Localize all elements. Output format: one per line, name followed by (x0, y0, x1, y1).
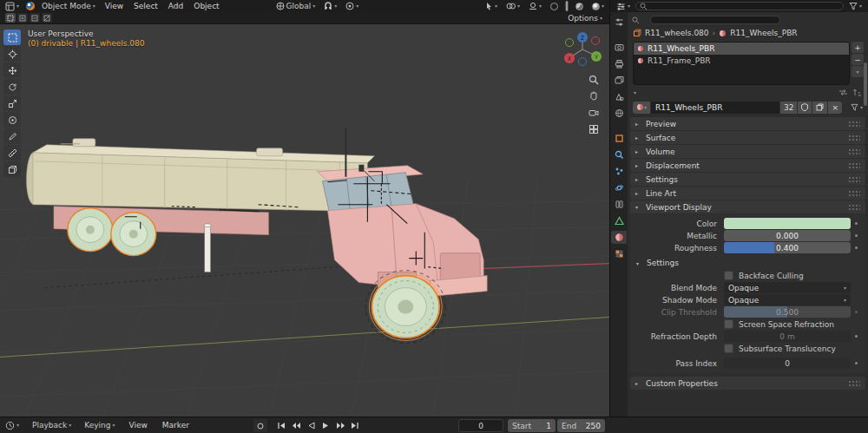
mode-dropdown[interactable]: Object Mode ▾ (40, 2, 97, 10)
panel-volume[interactable]: ▸Volume (630, 145, 865, 158)
ssr-checkbox[interactable] (724, 319, 733, 329)
tool-transform[interactable] (3, 112, 21, 128)
keyframe-dot[interactable] (855, 335, 858, 338)
keying-menu[interactable]: Keying▾ (82, 421, 116, 430)
tool-measure[interactable] (3, 145, 21, 161)
fake-user-button[interactable] (798, 102, 812, 114)
select-mode-subtract-button[interactable] (30, 13, 40, 23)
jump-to-end-button[interactable] (348, 419, 362, 432)
transform-orientation-dropdown[interactable]: Global ▾ (274, 2, 318, 10)
panel-settings[interactable]: ▸Settings (630, 173, 865, 186)
subsurface-checkbox[interactable] (724, 344, 733, 353)
shadow-mode-select[interactable]: Opaque▾ (724, 294, 851, 305)
panel-grip-icon[interactable] (848, 121, 860, 128)
keyframe-dot[interactable] (855, 234, 858, 237)
select-mode-extend-button[interactable] (17, 13, 28, 23)
show-overlays-toggle[interactable]: ▾ (527, 2, 543, 10)
keyframe-dot[interactable] (855, 311, 858, 313)
new-material-button[interactable] (812, 102, 827, 114)
material-name-field[interactable]: R11_Wheels_PBR (651, 102, 779, 114)
tool-move[interactable] (3, 62, 21, 78)
gizmo-z-neg[interactable] (579, 58, 587, 66)
tool-select-box[interactable] (3, 30, 21, 45)
frame-start-field[interactable]: Start 1 (508, 419, 556, 432)
panel-preview[interactable]: ▸Preview (630, 117, 865, 130)
play-reverse-button[interactable] (304, 419, 318, 432)
timeline-view-menu[interactable]: View (126, 421, 149, 430)
3d-viewport[interactable]: User Perspective (0) drivable | R11_whee… (0, 24, 609, 417)
playback-menu[interactable]: Playback▾ (30, 421, 73, 430)
tab-object[interactable] (611, 132, 627, 145)
properties-search-input[interactable] (635, 2, 844, 10)
tool-rotate[interactable] (3, 79, 21, 95)
tab-scene[interactable] (611, 90, 627, 103)
roughness-slider[interactable]: 0.400 (724, 242, 851, 253)
browse-material-button[interactable]: ▾ (633, 102, 650, 114)
breadcrumb-object[interactable]: R11_wheels.080 (645, 29, 709, 37)
filter-expand-icon[interactable]: ▾ (634, 90, 636, 95)
clip-threshold-slider[interactable]: 0.500 (724, 306, 851, 318)
panel-grip-icon[interactable] (848, 162, 860, 169)
keyframe-dot[interactable] (855, 222, 858, 225)
panel-grip-icon[interactable] (848, 134, 860, 141)
panel-displacement[interactable]: ▸Displacement (630, 159, 865, 172)
remove-slot-button[interactable]: − (852, 54, 864, 65)
material-slot-selected[interactable]: R11_Wheels_PBR (634, 43, 849, 55)
jump-to-start-button[interactable] (274, 419, 288, 432)
select-mode-invert-button[interactable] (42, 13, 52, 23)
tab-world[interactable] (611, 107, 627, 120)
panel-surface[interactable]: ▸Surface (630, 131, 865, 144)
tool-scale[interactable] (3, 95, 21, 111)
timeline-marker-menu[interactable]: Marker (160, 421, 192, 430)
tool-annotate[interactable] (3, 128, 21, 144)
tab-tool[interactable] (611, 16, 627, 29)
material-users-button[interactable]: 32 (780, 102, 797, 114)
tab-material[interactable] (611, 231, 627, 244)
property-filter-input[interactable] (650, 16, 780, 24)
unlink-material-button[interactable]: × (828, 102, 842, 114)
slot-specials-button[interactable]: ▾ (852, 66, 864, 77)
tab-constraints[interactable] (611, 198, 627, 211)
select-visibility-dropdown[interactable]: ▾ (483, 2, 499, 10)
panel-custom-properties[interactable]: ▸ Custom Properties (630, 377, 865, 390)
gizmo-y-neg[interactable] (566, 39, 574, 47)
panel-grip-icon[interactable] (848, 204, 860, 211)
prev-keyframe-button[interactable] (289, 419, 303, 432)
gizmo-x-neg[interactable] (592, 37, 600, 45)
pass-index-field[interactable]: 0 (724, 358, 851, 369)
menu-select[interactable]: Select (131, 2, 161, 10)
panel-grip-icon[interactable] (848, 148, 860, 155)
editor-type-dropdown[interactable]: ▾ (3, 2, 21, 11)
properties-scrollbar[interactable] (864, 62, 867, 106)
auto-keying-button[interactable] (253, 419, 267, 432)
subpanel-settings[interactable]: ▾ Settings (631, 257, 865, 269)
tab-view-layer[interactable] (611, 74, 627, 87)
material-slot[interactable]: R11_Frame_PBR (634, 55, 849, 67)
keyframe-dot[interactable] (855, 246, 858, 249)
panel-grip-icon[interactable] (848, 380, 860, 387)
zoom-icon[interactable] (589, 75, 599, 85)
tab-physics[interactable] (611, 181, 627, 194)
filter-sort-icon[interactable] (838, 89, 848, 96)
next-keyframe-button[interactable] (333, 419, 347, 432)
select-mode-new-button[interactable] (5, 13, 16, 23)
tab-modifiers[interactable] (611, 148, 627, 161)
backface-culling-checkbox[interactable] (724, 271, 733, 280)
shading-wireframe-button[interactable] (549, 3, 560, 10)
ortho-grid-icon[interactable] (589, 124, 599, 134)
metallic-slider[interactable]: 0.000 (724, 230, 851, 241)
viewport-scene[interactable] (0, 24, 609, 416)
shading-solid-button[interactable] (565, 1, 569, 11)
shading-material-button[interactable] (574, 3, 585, 10)
navigation-gizmo[interactable]: Z X Y (562, 30, 602, 69)
viewport-color-swatch[interactable] (724, 218, 851, 229)
tool-cursor[interactable] (3, 46, 21, 62)
pan-hand-icon[interactable] (589, 91, 599, 102)
tab-particles[interactable] (611, 165, 627, 178)
properties-editor-dropdown[interactable]: ▾ (615, 2, 632, 11)
tab-object-data[interactable] (611, 214, 627, 227)
show-gizmo-toggle[interactable]: ▾ (504, 2, 522, 10)
shading-rendered-button[interactable]: ▾ (590, 3, 606, 10)
properties-filter-button[interactable]: ▾ (847, 2, 864, 10)
timeline-editor-dropdown[interactable]: ▾ (3, 421, 21, 430)
